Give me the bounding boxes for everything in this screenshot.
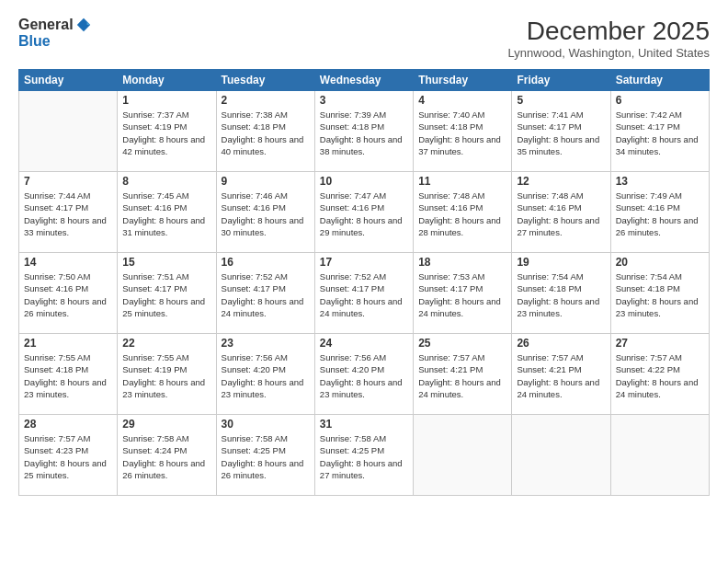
day-cell: 19Sunrise: 7:54 AM Sunset: 4:18 PM Dayli… xyxy=(512,253,610,334)
day-cell: 10Sunrise: 7:47 AM Sunset: 4:16 PM Dayli… xyxy=(314,172,413,253)
day-info: Sunrise: 7:40 AM Sunset: 4:18 PM Dayligh… xyxy=(418,109,506,157)
weekday-header-row: Sunday Monday Tuesday Wednesday Thursday… xyxy=(19,70,710,91)
day-number: 21 xyxy=(24,337,112,350)
logo-icon xyxy=(75,17,92,33)
day-number: 30 xyxy=(222,418,310,431)
day-number: 2 xyxy=(222,94,310,107)
header-tuesday: Tuesday xyxy=(216,70,314,91)
day-info: Sunrise: 7:46 AM Sunset: 4:16 PM Dayligh… xyxy=(222,190,310,238)
day-cell: 12Sunrise: 7:48 AM Sunset: 4:16 PM Dayli… xyxy=(512,172,610,253)
logo-blue-text: Blue xyxy=(18,33,51,50)
day-cell: 11Sunrise: 7:48 AM Sunset: 4:16 PM Dayli… xyxy=(414,172,512,253)
day-info: Sunrise: 7:57 AM Sunset: 4:21 PM Dayligh… xyxy=(517,351,605,400)
location: Lynnwood, Washington, United States xyxy=(508,46,710,60)
day-number: 28 xyxy=(24,418,112,431)
header-thursday: Thursday xyxy=(414,70,512,91)
day-number: 12 xyxy=(517,175,605,188)
day-info: Sunrise: 7:50 AM Sunset: 4:16 PM Dayligh… xyxy=(24,270,112,319)
day-number: 29 xyxy=(122,418,210,431)
day-cell: 9Sunrise: 7:46 AM Sunset: 4:16 PM Daylig… xyxy=(216,172,314,253)
day-number: 26 xyxy=(517,337,605,350)
day-cell: 7Sunrise: 7:44 AM Sunset: 4:17 PM Daylig… xyxy=(19,172,118,253)
day-cell: 31Sunrise: 7:58 AM Sunset: 4:25 PM Dayli… xyxy=(314,415,413,496)
day-info: Sunrise: 7:48 AM Sunset: 4:16 PM Dayligh… xyxy=(418,190,506,238)
day-cell: 2Sunrise: 7:38 AM Sunset: 4:18 PM Daylig… xyxy=(216,91,314,172)
day-number: 20 xyxy=(616,256,704,269)
day-number: 4 xyxy=(418,94,506,107)
day-info: Sunrise: 7:55 AM Sunset: 4:18 PM Dayligh… xyxy=(24,351,112,400)
day-info: Sunrise: 7:45 AM Sunset: 4:16 PM Dayligh… xyxy=(122,190,210,238)
day-number: 25 xyxy=(418,337,506,350)
day-info: Sunrise: 7:57 AM Sunset: 4:23 PM Dayligh… xyxy=(24,432,112,481)
day-info: Sunrise: 7:58 AM Sunset: 4:24 PM Dayligh… xyxy=(122,432,210,481)
day-cell: 5Sunrise: 7:41 AM Sunset: 4:17 PM Daylig… xyxy=(512,91,610,172)
day-cell: 17Sunrise: 7:52 AM Sunset: 4:17 PM Dayli… xyxy=(314,253,413,334)
day-number: 22 xyxy=(122,337,210,350)
title-section: December 2025 Lynnwood, Washington, Unit… xyxy=(508,17,710,60)
day-cell: 14Sunrise: 7:50 AM Sunset: 4:16 PM Dayli… xyxy=(19,253,118,334)
day-number: 19 xyxy=(517,256,605,269)
day-info: Sunrise: 7:54 AM Sunset: 4:18 PM Dayligh… xyxy=(616,270,704,319)
day-cell: 30Sunrise: 7:58 AM Sunset: 4:25 PM Dayli… xyxy=(216,415,314,496)
header-sunday: Sunday xyxy=(19,70,118,91)
day-cell xyxy=(414,415,512,496)
day-number: 27 xyxy=(616,337,704,350)
day-info: Sunrise: 7:44 AM Sunset: 4:17 PM Dayligh… xyxy=(24,190,112,238)
day-cell: 18Sunrise: 7:53 AM Sunset: 4:17 PM Dayli… xyxy=(414,253,512,334)
day-cell: 29Sunrise: 7:58 AM Sunset: 4:24 PM Dayli… xyxy=(118,415,216,496)
day-cell: 22Sunrise: 7:55 AM Sunset: 4:19 PM Dayli… xyxy=(118,334,216,415)
day-info: Sunrise: 7:42 AM Sunset: 4:17 PM Dayligh… xyxy=(616,109,704,157)
week-row-0: 1Sunrise: 7:37 AM Sunset: 4:19 PM Daylig… xyxy=(19,91,710,172)
day-number: 10 xyxy=(320,175,408,188)
day-cell: 25Sunrise: 7:57 AM Sunset: 4:21 PM Dayli… xyxy=(414,334,512,415)
day-cell xyxy=(512,415,610,496)
day-cell: 13Sunrise: 7:49 AM Sunset: 4:16 PM Dayli… xyxy=(610,172,709,253)
day-cell: 23Sunrise: 7:56 AM Sunset: 4:20 PM Dayli… xyxy=(216,334,314,415)
calendar: Sunday Monday Tuesday Wednesday Thursday… xyxy=(18,69,710,496)
week-row-2: 14Sunrise: 7:50 AM Sunset: 4:16 PM Dayli… xyxy=(19,253,710,334)
week-row-1: 7Sunrise: 7:44 AM Sunset: 4:17 PM Daylig… xyxy=(19,172,710,253)
logo: General Blue xyxy=(18,17,92,50)
day-cell: 3Sunrise: 7:39 AM Sunset: 4:18 PM Daylig… xyxy=(314,91,413,172)
header-friday: Friday xyxy=(512,70,610,91)
day-info: Sunrise: 7:53 AM Sunset: 4:17 PM Dayligh… xyxy=(418,270,506,319)
day-cell: 1Sunrise: 7:37 AM Sunset: 4:19 PM Daylig… xyxy=(118,91,216,172)
day-cell xyxy=(610,415,709,496)
header-monday: Monday xyxy=(118,70,216,91)
day-cell: 28Sunrise: 7:57 AM Sunset: 4:23 PM Dayli… xyxy=(19,415,118,496)
day-info: Sunrise: 7:47 AM Sunset: 4:16 PM Dayligh… xyxy=(320,190,408,238)
day-info: Sunrise: 7:49 AM Sunset: 4:16 PM Dayligh… xyxy=(616,190,704,238)
header: General Blue December 2025 Lynnwood, Was… xyxy=(18,17,710,60)
day-number: 18 xyxy=(418,256,506,269)
month-title: December 2025 xyxy=(508,17,710,46)
week-row-4: 28Sunrise: 7:57 AM Sunset: 4:23 PM Dayli… xyxy=(19,415,710,496)
day-cell: 21Sunrise: 7:55 AM Sunset: 4:18 PM Dayli… xyxy=(19,334,118,415)
day-cell: 24Sunrise: 7:56 AM Sunset: 4:20 PM Dayli… xyxy=(314,334,413,415)
day-number: 23 xyxy=(222,337,310,350)
day-info: Sunrise: 7:51 AM Sunset: 4:17 PM Dayligh… xyxy=(122,270,210,319)
header-wednesday: Wednesday xyxy=(314,70,413,91)
day-info: Sunrise: 7:57 AM Sunset: 4:21 PM Dayligh… xyxy=(418,351,506,400)
day-number: 24 xyxy=(320,337,408,350)
day-info: Sunrise: 7:55 AM Sunset: 4:19 PM Dayligh… xyxy=(122,351,210,400)
day-cell: 8Sunrise: 7:45 AM Sunset: 4:16 PM Daylig… xyxy=(118,172,216,253)
day-info: Sunrise: 7:52 AM Sunset: 4:17 PM Dayligh… xyxy=(222,270,310,319)
day-info: Sunrise: 7:52 AM Sunset: 4:17 PM Dayligh… xyxy=(320,270,408,319)
day-cell: 26Sunrise: 7:57 AM Sunset: 4:21 PM Dayli… xyxy=(512,334,610,415)
day-info: Sunrise: 7:37 AM Sunset: 4:19 PM Dayligh… xyxy=(122,109,210,157)
day-number: 8 xyxy=(122,175,210,188)
day-number: 14 xyxy=(24,256,112,269)
day-info: Sunrise: 7:41 AM Sunset: 4:17 PM Dayligh… xyxy=(517,109,605,157)
day-number: 5 xyxy=(517,94,605,107)
day-info: Sunrise: 7:57 AM Sunset: 4:22 PM Dayligh… xyxy=(616,351,704,400)
day-cell: 20Sunrise: 7:54 AM Sunset: 4:18 PM Dayli… xyxy=(610,253,709,334)
day-number: 31 xyxy=(320,418,408,431)
day-number: 16 xyxy=(222,256,310,269)
day-info: Sunrise: 7:54 AM Sunset: 4:18 PM Dayligh… xyxy=(517,270,605,319)
week-row-3: 21Sunrise: 7:55 AM Sunset: 4:18 PM Dayli… xyxy=(19,334,710,415)
day-number: 6 xyxy=(616,94,704,107)
day-number: 7 xyxy=(24,175,112,188)
day-cell: 4Sunrise: 7:40 AM Sunset: 4:18 PM Daylig… xyxy=(414,91,512,172)
day-number: 9 xyxy=(222,175,310,188)
day-info: Sunrise: 7:38 AM Sunset: 4:18 PM Dayligh… xyxy=(222,109,310,157)
